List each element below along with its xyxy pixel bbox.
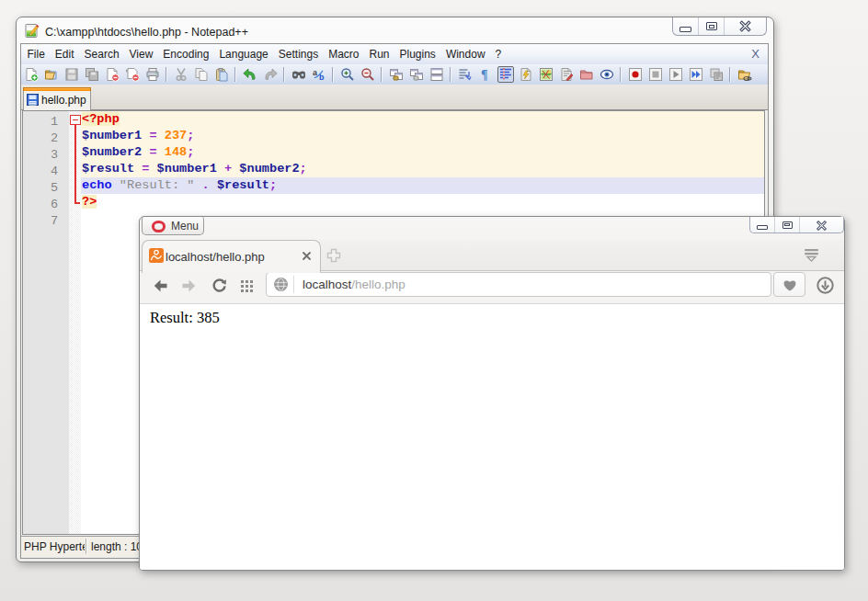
svg-text:¶: ¶ xyxy=(481,68,488,82)
